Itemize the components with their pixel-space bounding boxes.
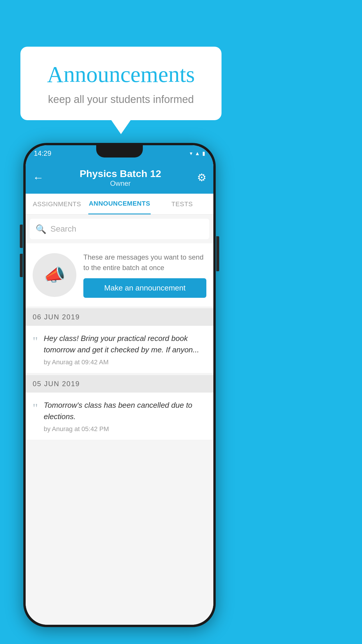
back-button[interactable]: ← — [33, 172, 44, 184]
volume-down-button — [20, 254, 23, 277]
app-bar-subtitle: Owner — [44, 179, 197, 188]
announcement-item-2[interactable]: " Tomorrow's class has been cancelled du… — [26, 393, 213, 440]
phone-notch — [96, 145, 143, 158]
announcement-content-1: Hey class! Bring your practical record b… — [44, 333, 206, 366]
date-header-1: 06 JUN 2019 — [26, 308, 213, 326]
settings-icon[interactable]: ⚙ — [197, 172, 206, 184]
app-bar-title-group: Physics Batch 12 Owner — [44, 168, 197, 188]
signal-icon: ▲ — [195, 150, 200, 157]
search-icon: 🔍 — [36, 224, 46, 234]
content-area: 🔍 Search 📣 These are messages you want t… — [26, 215, 213, 625]
announcement-cta-card: 📣 These are messages you want to send to… — [26, 243, 213, 307]
volume-up-button — [20, 225, 23, 248]
search-placeholder: Search — [50, 224, 76, 234]
app-bar: ← Physics Batch 12 Owner ⚙ — [26, 162, 213, 194]
tab-bar: ASSIGNMENTS ANNOUNCEMENTS TESTS — [26, 194, 213, 215]
make-announcement-button[interactable]: Make an announcement — [83, 278, 206, 298]
speech-bubble: Announcements keep all your students inf… — [20, 47, 222, 120]
search-bar[interactable]: 🔍 Search — [30, 219, 209, 239]
announcement-text-2: Tomorrow's class has been cancelled due … — [44, 400, 206, 422]
megaphone-circle: 📣 — [33, 253, 76, 297]
status-icons: ▾ ▲ ▮ — [190, 150, 205, 157]
bubble-title: Announcements — [38, 61, 204, 88]
wifi-icon: ▾ — [190, 150, 192, 157]
app-bar-title: Physics Batch 12 — [44, 168, 197, 179]
announcement-meta-1: by Anurag at 09:42 AM — [44, 358, 206, 366]
tab-assignments[interactable]: ASSIGNMENTS — [26, 194, 88, 214]
announcement-content-2: Tomorrow's class has been cancelled due … — [44, 400, 206, 433]
announcement-meta-2: by Anurag at 05:42 PM — [44, 425, 206, 433]
quote-icon-1: " — [33, 335, 38, 348]
announcement-item-1[interactable]: " Hey class! Bring your practical record… — [26, 326, 213, 373]
megaphone-icon: 📣 — [44, 265, 66, 285]
date-header-2: 05 JUN 2019 — [26, 375, 213, 393]
cta-content: These are messages you want to send to t… — [83, 252, 206, 298]
power-button — [216, 236, 219, 271]
tab-announcements[interactable]: ANNOUNCEMENTS — [88, 194, 151, 214]
tab-tests[interactable]: TESTS — [151, 194, 213, 214]
announcement-text-1: Hey class! Bring your practical record b… — [44, 333, 206, 356]
status-time: 14:29 — [34, 149, 51, 158]
cta-description: These are messages you want to send to t… — [83, 252, 206, 273]
battery-icon: ▮ — [202, 150, 205, 157]
phone-frame: 14:29 ▾ ▲ ▮ ← Physics Batch 12 Owner ⚙ A… — [23, 143, 216, 627]
quote-icon-2: " — [33, 402, 38, 415]
phone-screen: 14:29 ▾ ▲ ▮ ← Physics Batch 12 Owner ⚙ A… — [26, 145, 213, 625]
bubble-subtitle: keep all your students informed — [38, 93, 204, 106]
